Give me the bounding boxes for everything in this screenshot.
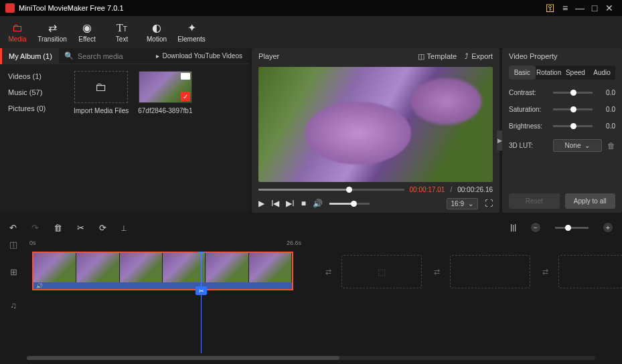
proptab-rotation[interactable]: Rotation bbox=[536, 66, 562, 80]
template-label: Template bbox=[427, 52, 457, 60]
stop-button[interactable]: ■ bbox=[301, 199, 306, 208]
zoom-in-button[interactable]: + bbox=[603, 223, 613, 232]
album-tab[interactable]: My Album (1) bbox=[0, 48, 59, 64]
media-panel: My Album (1) 🔍 Search media ▸ Download Y… bbox=[0, 48, 249, 213]
proptab-audio[interactable]: Audio bbox=[589, 66, 615, 80]
transition-slot-icon[interactable]: ⇄ bbox=[430, 268, 443, 276]
cat-music[interactable]: Music (57) bbox=[0, 84, 67, 100]
license-key-icon[interactable]: ⚿ bbox=[543, 3, 558, 13]
saturation-slider[interactable] bbox=[553, 108, 593, 110]
apply-all-button[interactable]: Apply to all bbox=[565, 193, 616, 209]
contrast-label: Contrast: bbox=[509, 89, 548, 96]
tab-label: Text bbox=[116, 35, 128, 43]
aspect-ratio-select[interactable]: 16:9 ⌄ bbox=[447, 198, 478, 209]
lut-select[interactable]: None ⌄ bbox=[553, 139, 602, 152]
brightness-label: Brightness: bbox=[509, 122, 548, 130]
tab-text[interactable]: TT Text bbox=[104, 16, 139, 48]
chevron-down-icon: ⌄ bbox=[585, 142, 590, 149]
checkmark-icon: ✓ bbox=[181, 92, 190, 101]
drop-slot[interactable] bbox=[450, 255, 530, 288]
playhead-split-button[interactable]: ✂ bbox=[196, 286, 207, 295]
template-icon: ◫ bbox=[418, 52, 424, 61]
player-title: Player bbox=[258, 52, 410, 60]
motion-icon: ◐ bbox=[152, 21, 161, 34]
playhead[interactable]: ✂ bbox=[201, 252, 202, 353]
chevron-down-icon: ⌄ bbox=[468, 200, 473, 207]
zoom-out-button[interactable]: − bbox=[531, 223, 540, 232]
lut-delete-button[interactable]: 🗑 bbox=[607, 141, 615, 151]
time-total: 00:00:26.16 bbox=[457, 186, 493, 193]
play-button[interactable]: ▶ bbox=[258, 199, 264, 208]
tab-effect[interactable]: ◉ Effect bbox=[70, 16, 104, 48]
audio-track[interactable] bbox=[27, 292, 622, 318]
transition-slot-icon[interactable]: ⇄ bbox=[538, 268, 552, 276]
property-title: Video Property bbox=[509, 52, 615, 60]
lut-label: 3D LUT: bbox=[509, 142, 548, 149]
template-button[interactable]: ◫ Template bbox=[418, 52, 457, 61]
maximize-button[interactable]: □ bbox=[587, 3, 602, 13]
lut-value: None bbox=[565, 142, 581, 149]
tab-label: Elements bbox=[177, 35, 206, 43]
titlebar: MiniTool MovieMaker Free 7.0.1 ⚿ ≡ — □ ✕ bbox=[0, 0, 622, 16]
zoom-slider[interactable] bbox=[555, 227, 589, 229]
export-button[interactable]: ⤴ Export bbox=[465, 52, 493, 60]
reset-button[interactable]: Reset bbox=[509, 193, 560, 209]
youtube-icon: ▸ bbox=[156, 52, 159, 60]
category-list: Videos (1) Music (57) Pictures (0) bbox=[0, 64, 67, 213]
player-panel: Player ◫ Template ⤴ Export 00:00:17.01 /… bbox=[252, 48, 499, 213]
panel-collapse-button[interactable]: ▶ bbox=[497, 130, 502, 151]
split-button[interactable]: ✂ bbox=[77, 223, 84, 233]
cat-pictures[interactable]: Pictures (0) bbox=[0, 100, 67, 116]
drop-slot[interactable]: ⬚ bbox=[341, 255, 422, 288]
tab-media[interactable]: 🗀 Media bbox=[0, 16, 35, 48]
tab-label: Motion bbox=[147, 35, 167, 43]
tab-transition[interactable]: ⇄ Transition bbox=[35, 16, 70, 48]
import-label: Import Media Files bbox=[74, 107, 129, 114]
youtube-label: Download YouTube Videos bbox=[162, 52, 242, 60]
close-button[interactable]: ✕ bbox=[602, 3, 617, 13]
layers-icon[interactable]: ◫ bbox=[0, 238, 27, 252]
drop-slot[interactable] bbox=[558, 255, 622, 288]
search-input[interactable]: 🔍 Search media bbox=[59, 52, 150, 60]
timeline-ruler[interactable]: ◫ 0s 26.6s bbox=[0, 238, 622, 252]
video-badge-icon bbox=[181, 73, 190, 80]
fullscreen-button[interactable]: ⛶ bbox=[485, 199, 493, 208]
video-clip[interactable]: 🔊 bbox=[32, 252, 293, 290]
minimize-button[interactable]: — bbox=[572, 3, 587, 13]
tab-elements[interactable]: ✦ Elements bbox=[174, 16, 209, 48]
folder-icon: 🗀 bbox=[12, 22, 23, 34]
brightness-slider[interactable] bbox=[553, 125, 593, 127]
proptab-basic[interactable]: Basic bbox=[509, 66, 536, 80]
delete-button[interactable]: 🗑 bbox=[54, 223, 62, 233]
import-media-button[interactable]: 🗀 bbox=[74, 71, 128, 103]
volume-icon[interactable]: 🔊 bbox=[313, 199, 323, 208]
speed-button[interactable]: ⟳ bbox=[99, 223, 106, 233]
volume-slider[interactable] bbox=[329, 203, 370, 205]
player-viewport[interactable] bbox=[258, 67, 493, 182]
redo-button[interactable]: ↷ bbox=[31, 223, 39, 233]
timeline-scrollbar[interactable] bbox=[27, 356, 595, 361]
tab-label: Transition bbox=[37, 35, 67, 43]
contrast-slider[interactable] bbox=[553, 92, 593, 94]
timeline-toolbar: ↶ ↷ 🗑 ✂ ⟳ ⟂ ǀ|ǀ − + bbox=[0, 217, 622, 238]
next-frame-button[interactable]: ▶I bbox=[286, 199, 294, 208]
media-thumbnail[interactable]: ✓ bbox=[139, 71, 192, 103]
menu-icon[interactable]: ≡ bbox=[558, 3, 572, 13]
proptab-speed[interactable]: Speed bbox=[562, 66, 589, 80]
transition-slot-icon[interactable]: ⇄ bbox=[321, 268, 335, 276]
transition-icon: ⇄ bbox=[48, 21, 57, 34]
snap-button[interactable]: ǀ|ǀ bbox=[510, 223, 516, 232]
app-logo bbox=[5, 3, 15, 13]
prev-frame-button[interactable]: I◀ bbox=[271, 199, 279, 208]
undo-button[interactable]: ↶ bbox=[9, 223, 17, 233]
clip-audio-track: 🔊 bbox=[33, 282, 292, 289]
speaker-icon: 🔊 bbox=[36, 283, 43, 289]
tab-motion[interactable]: ◐ Motion bbox=[139, 16, 174, 48]
download-youtube-link[interactable]: ▸ Download YouTube Videos bbox=[149, 52, 249, 60]
time-current: 00:00:17.01 bbox=[410, 186, 445, 193]
aspect-value: 16:9 bbox=[451, 200, 464, 207]
seek-slider[interactable] bbox=[258, 189, 404, 191]
crop-button[interactable]: ⟂ bbox=[121, 223, 127, 233]
cat-videos[interactable]: Videos (1) bbox=[0, 68, 67, 84]
contrast-value: 0.0 bbox=[598, 89, 615, 96]
